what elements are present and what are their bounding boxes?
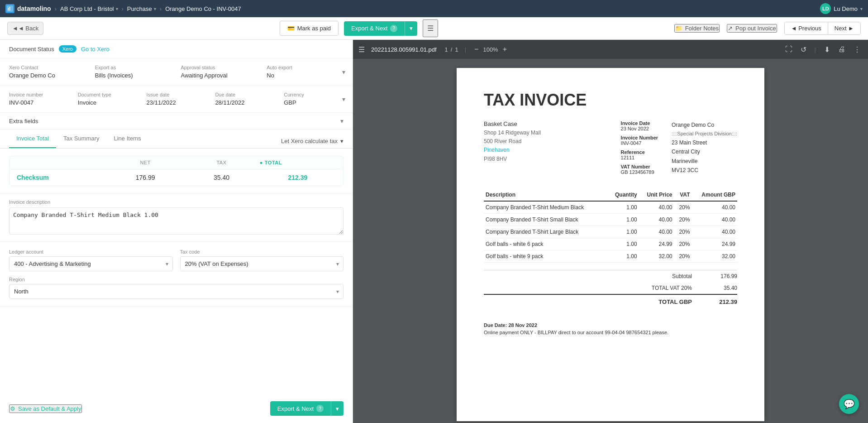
pdf-zoom-level[interactable]: 100% bbox=[483, 46, 498, 53]
auto-export-value[interactable]: No bbox=[267, 72, 343, 79]
checksum-total-value[interactable]: 212.39 bbox=[260, 174, 336, 181]
pdf-content-area: TAX INVOICE Basket Case Shop 14 Ridgeway… bbox=[353, 59, 868, 423]
export-next-button[interactable]: Export & Next ? bbox=[344, 21, 405, 36]
pop-out-invoice-button[interactable]: ↗ Pop out Invoice bbox=[727, 24, 777, 33]
tab-line-items[interactable]: Line Items bbox=[107, 130, 148, 148]
breadcrumb-module[interactable]: Purchase ▾ bbox=[127, 5, 156, 12]
xero-contact-label: Xero Contact bbox=[9, 65, 86, 70]
ledger-tax-row: Ledger account 400 - Advertising & Marke… bbox=[9, 249, 343, 271]
approval-status-label: Approval status bbox=[181, 65, 258, 70]
extra-fields-collapse-button[interactable]: ▾ bbox=[340, 117, 343, 125]
issue-date-value[interactable]: 23/11/2022 bbox=[147, 99, 206, 106]
table-header-row: Description Quantity Unit Price VAT Amou… bbox=[484, 189, 737, 201]
breadcrumb-sep-2: › bbox=[122, 5, 124, 12]
vat-label: VAT Number bbox=[621, 164, 658, 169]
due-date-value[interactable]: 28/11/2022 bbox=[215, 99, 275, 106]
pdf-zoom-out-button[interactable]: − bbox=[472, 44, 480, 54]
item-qty: 1.00 bbox=[608, 250, 639, 262]
xero-contact-collapse-button[interactable]: ▾ bbox=[342, 68, 345, 76]
chat-button[interactable]: 💬 bbox=[839, 394, 859, 414]
invoice-date-value: 23 Nov 2022 bbox=[621, 126, 658, 131]
list-view-button[interactable]: ☰ bbox=[423, 19, 438, 37]
invoice-date-label: Invoice Date bbox=[621, 120, 658, 126]
pdf-download-button[interactable]: ⬇ bbox=[822, 43, 832, 56]
invoice-totals-section: Subtotal 176.99 TOTAL VAT 20% 35.40 TOTA… bbox=[484, 270, 737, 309]
pdf-page: TAX INVOICE Basket Case Shop 14 Ridgeway… bbox=[457, 68, 764, 421]
invoice-due-date-note: Due Date: 28 Nov 2022 bbox=[484, 322, 737, 328]
previous-button[interactable]: ◄ Previous bbox=[785, 22, 828, 34]
invoice-details-row: Invoice number INV-0047 Document type In… bbox=[9, 92, 343, 106]
folder-notes-icon: 📁 bbox=[675, 25, 682, 32]
checksum-net-header: NET bbox=[107, 160, 183, 165]
checksum-net-value[interactable]: 176.99 bbox=[107, 174, 183, 181]
back-button[interactable]: ◄ ◄ Back bbox=[7, 22, 43, 35]
export-next-dropdown-button[interactable]: ▾ bbox=[405, 21, 417, 36]
app-name: datamolino bbox=[17, 5, 51, 12]
currency-value[interactable]: GBP bbox=[284, 99, 343, 106]
tab-invoice-total[interactable]: Invoice Total bbox=[9, 130, 56, 148]
vat-number-block: VAT Number GB 123456789 bbox=[621, 164, 658, 175]
tax-code-select[interactable]: 20% (VAT on Expenses) bbox=[180, 256, 344, 271]
due-date-field: Due date 28/11/2022 bbox=[215, 92, 284, 106]
breadcrumb-sep-1: › bbox=[55, 5, 57, 12]
invoice-details-collapse-button[interactable]: ▾ bbox=[342, 96, 345, 103]
mark-as-paid-button[interactable]: 💳 Mark as paid bbox=[280, 21, 339, 36]
user-chevron-icon: ▾ bbox=[860, 6, 863, 11]
table-row: Company Branded T-Shirt Medium Black 1.0… bbox=[484, 201, 737, 214]
pdf-fullscreen-button[interactable]: ⛶ bbox=[783, 43, 794, 55]
vat-total-value: 35.40 bbox=[710, 285, 737, 291]
pdf-more-button[interactable]: ⋮ bbox=[852, 43, 863, 56]
invoice-tabs: Invoice Total Tax Summary Line Items Let… bbox=[0, 130, 353, 149]
checksum-tax-header: TAX bbox=[183, 160, 259, 165]
invoice-from-addr: Shop 14 Ridgeway Mall500 River RoadPineh… bbox=[484, 129, 541, 163]
table-row: Golf balls - white 6 pack 1.00 24.99 20%… bbox=[484, 238, 737, 250]
col-quantity: Quantity bbox=[608, 189, 639, 201]
app-logo[interactable]: d datamolino bbox=[5, 4, 51, 13]
module-chevron-icon: ▾ bbox=[154, 6, 156, 11]
approval-status-value[interactable]: Awaiting Approval bbox=[181, 72, 258, 79]
checksum-tax-value[interactable]: 35.40 bbox=[183, 174, 259, 181]
invoice-details-right: Invoice Date 23 Nov 2022 Invoice Number … bbox=[621, 120, 737, 175]
invoice-number-label: Invoice number bbox=[9, 92, 69, 97]
logo-icon: d bbox=[5, 4, 14, 13]
xero-contact-value[interactable]: Orange Demo Co bbox=[9, 72, 86, 79]
bottom-export-next-dropdown-button[interactable]: ▾ bbox=[331, 401, 343, 416]
breadcrumb-company[interactable]: AB Corp Ltd - Bristol ▾ bbox=[60, 5, 118, 12]
pdf-viewer-panel: ☰ 20221128.005991.01.pdf 1 / 1 | − 100% … bbox=[353, 40, 868, 423]
bottom-export-next-button[interactable]: Export & Next ? bbox=[270, 401, 331, 416]
next-button[interactable]: Next ► bbox=[828, 22, 860, 34]
go-to-xero-link[interactable]: Go to Xero bbox=[81, 46, 110, 53]
region-row: Region North ▾ bbox=[9, 277, 343, 299]
invoice-line-items-table: Description Quantity Unit Price VAT Amou… bbox=[484, 189, 737, 263]
region-select[interactable]: North bbox=[9, 284, 343, 299]
pdf-zoom-in-button[interactable]: + bbox=[501, 44, 509, 54]
subtotal-label: Subtotal bbox=[672, 273, 692, 279]
tab-tax-summary[interactable]: Tax Summary bbox=[56, 130, 106, 148]
ledger-account-select[interactable]: 400 - Advertising & Marketing bbox=[9, 256, 173, 271]
doc-type-value[interactable]: Invoice bbox=[78, 99, 138, 106]
folder-notes-button[interactable]: 📁 Folder Notes bbox=[674, 24, 720, 33]
tax-calc-chevron-icon: ▾ bbox=[340, 138, 343, 144]
item-desc: Company Branded T-Shirt Large Black bbox=[484, 226, 608, 238]
item-qty: 1.00 bbox=[608, 201, 639, 214]
breadcrumb-document[interactable]: Orange Demo Co - INV-0047 bbox=[165, 5, 241, 12]
col-description: Description bbox=[484, 189, 608, 201]
pdf-rotate-button[interactable]: ↺ bbox=[799, 43, 808, 56]
invoice-number-value[interactable]: INV-0047 bbox=[9, 99, 69, 106]
invoice-footer: Due Date: 28 Nov 2022 Online payment ONL… bbox=[484, 322, 737, 335]
item-vat: 20% bbox=[674, 213, 692, 226]
save-default-apply-button[interactable]: ⚙ Save as Default & Apply bbox=[9, 404, 82, 413]
user-menu[interactable]: LD Lu Demo ▾ bbox=[820, 3, 863, 14]
bottom-export-next-group: Export & Next ? ▾ bbox=[270, 401, 343, 416]
invoice-description-textarea[interactable]: Company Branded T-Shirt Medium Black 1.0… bbox=[9, 207, 343, 235]
export-as-value[interactable]: Bills (Invoices) bbox=[95, 72, 172, 79]
pdf-sep-2: | bbox=[815, 46, 816, 53]
invoice-description-section: Invoice description Company Branded T-Sh… bbox=[0, 194, 353, 242]
pdf-print-button[interactable]: 🖨 bbox=[836, 43, 847, 55]
tax-calc-option[interactable]: Let Xero calculate tax ▾ bbox=[281, 138, 343, 148]
invoice-title: TAX INVOICE bbox=[484, 91, 737, 110]
pdf-menu-icon[interactable]: ☰ bbox=[358, 45, 365, 54]
item-qty: 1.00 bbox=[608, 226, 639, 238]
region-label: Region bbox=[9, 277, 343, 282]
ref-value: 12111 bbox=[621, 155, 658, 160]
